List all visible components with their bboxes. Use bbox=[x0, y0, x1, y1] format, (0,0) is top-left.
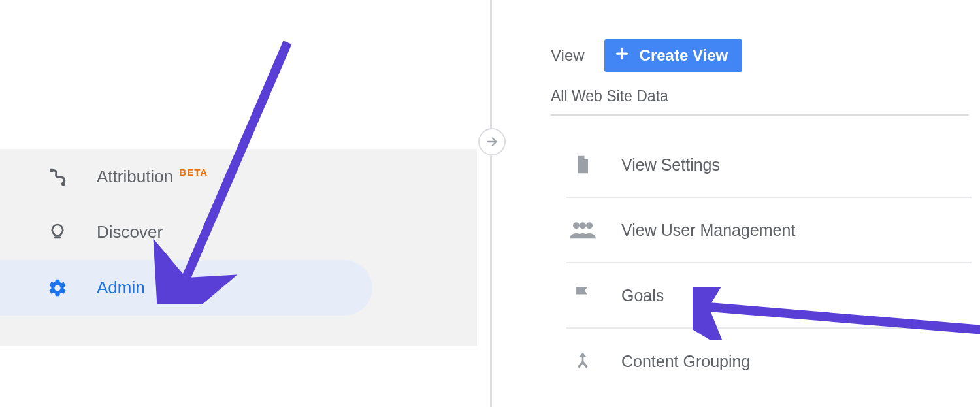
collapse-arrow-button[interactable] bbox=[478, 128, 506, 155]
gear-icon bbox=[44, 278, 71, 299]
view-header: View Create View bbox=[492, 0, 980, 72]
users-icon bbox=[566, 220, 599, 240]
view-column: View Create View All Web Site Data View … bbox=[490, 0, 980, 407]
sidebar-item-attribution[interactable]: Attribution BETA bbox=[0, 149, 477, 204]
sidebar-item-admin[interactable]: Admin bbox=[0, 260, 372, 316]
beta-badge: BETA bbox=[179, 167, 208, 178]
divider bbox=[551, 114, 969, 116]
list-item-label: Content Grouping bbox=[621, 352, 750, 371]
create-view-label: Create View bbox=[640, 46, 728, 65]
merge-icon bbox=[566, 350, 599, 372]
list-item-goals[interactable]: Goals bbox=[566, 263, 972, 329]
list-item-view-settings[interactable]: View Settings bbox=[566, 133, 972, 198]
svg-point-3 bbox=[580, 222, 586, 229]
lightbulb-icon bbox=[44, 222, 71, 243]
create-view-button[interactable]: Create View bbox=[604, 39, 743, 72]
sidebar-item-discover[interactable]: Discover bbox=[0, 204, 477, 260]
view-settings-list: View Settings View User Management Goals bbox=[566, 133, 972, 394]
file-icon bbox=[566, 153, 599, 176]
list-item-user-management[interactable]: View User Management bbox=[566, 198, 972, 263]
view-heading: View bbox=[551, 46, 585, 65]
flag-icon bbox=[566, 284, 599, 306]
plus-icon bbox=[613, 45, 630, 66]
list-item-label: Goals bbox=[621, 286, 664, 305]
sidebar-nav: Attribution BETA Discover Admin bbox=[0, 149, 477, 346]
list-item-label: View Settings bbox=[621, 155, 720, 174]
list-item-content-grouping[interactable]: Content Grouping bbox=[566, 329, 972, 394]
sidebar-item-label: Discover bbox=[97, 222, 163, 242]
svg-point-2 bbox=[573, 222, 580, 229]
sidebar-item-label: Admin bbox=[97, 278, 145, 298]
svg-point-4 bbox=[586, 222, 593, 229]
attribution-icon bbox=[44, 165, 71, 189]
current-view-name: All Web Site Data bbox=[492, 72, 980, 114]
sidebar-item-label: Attribution bbox=[97, 167, 173, 186]
list-item-label: View User Management bbox=[621, 221, 795, 240]
